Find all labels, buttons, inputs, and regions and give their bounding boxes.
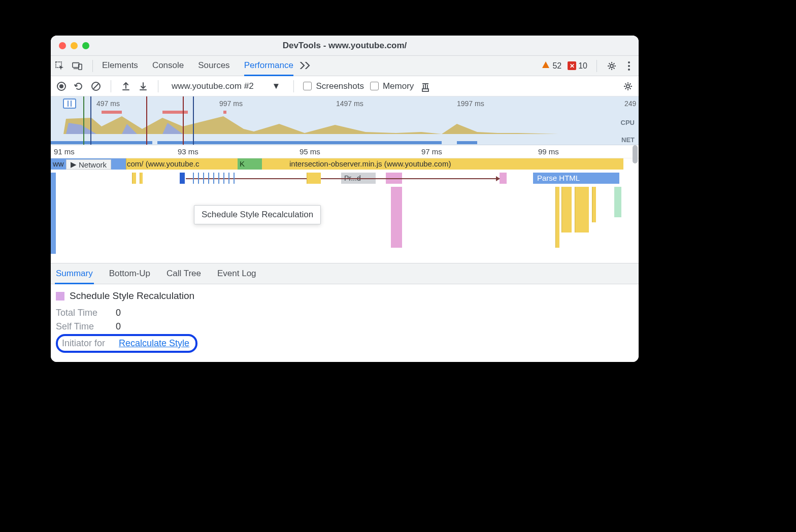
svg-point-5 bbox=[628, 61, 630, 63]
titlebar: DevTools - www.youtube.com/ bbox=[51, 36, 639, 56]
overview-tick: 997 ms bbox=[219, 99, 243, 108]
ruler-tick: 99 ms bbox=[538, 147, 559, 156]
screenshots-checkbox[interactable] bbox=[303, 82, 312, 90]
flame-track: Pr...d Parse HTML bbox=[51, 173, 639, 187]
performance-toolbar: www.youtube.com #2 ▼ Screenshots Memory bbox=[51, 76, 639, 96]
clear-button[interactable] bbox=[90, 81, 102, 92]
overview-cpu-chart bbox=[51, 114, 639, 134]
ruler-tick: 95 ms bbox=[300, 147, 320, 156]
recording-selector[interactable]: www.youtube.com #2 ▼ bbox=[168, 81, 284, 91]
network-track-toggle[interactable]: ▶ Network bbox=[66, 159, 111, 170]
initiator-link[interactable]: Recalculate Style bbox=[119, 338, 189, 349]
flame-block[interactable] bbox=[561, 187, 572, 232]
screenshots-toggle[interactable]: Screenshots bbox=[303, 81, 364, 91]
svg-point-4 bbox=[610, 64, 613, 68]
flame-chart[interactable]: 91 ms 93 ms 95 ms 97 ms 99 ms ww com/ (w… bbox=[51, 145, 639, 263]
summary-initiator-row: Initiator for Recalculate Style bbox=[56, 334, 197, 353]
errors-badge[interactable]: ✕ 10 bbox=[568, 61, 587, 71]
flame-scrollbar[interactable] bbox=[633, 145, 638, 263]
devtools-window: DevTools - www.youtube.com/ Elements Con… bbox=[51, 36, 639, 362]
memory-checkbox[interactable] bbox=[370, 82, 379, 90]
summary-self-time-row: Self Time 0 bbox=[56, 321, 634, 332]
chevron-right-icon: ▶ bbox=[71, 160, 77, 169]
ruler-tick: 91 ms bbox=[54, 147, 75, 156]
svg-rect-1 bbox=[73, 62, 79, 67]
scrollbar-thumb[interactable] bbox=[633, 145, 638, 163]
tab-sources[interactable]: Sources bbox=[198, 56, 229, 75]
tab-elements[interactable]: Elements bbox=[102, 56, 138, 75]
overview-vline bbox=[183, 96, 184, 145]
summary-panel: Schedule Style Recalculation Total Time … bbox=[51, 284, 639, 362]
memory-label: Memory bbox=[383, 81, 414, 91]
flame-block[interactable] bbox=[575, 187, 589, 232]
flame-block-system[interactable] bbox=[614, 187, 621, 217]
overview-tick: 1497 ms bbox=[336, 99, 363, 108]
tab-event-log[interactable]: Event Log bbox=[216, 264, 257, 283]
tab-summary[interactable]: Summary bbox=[55, 264, 94, 284]
overview-net-label: NET bbox=[621, 136, 635, 144]
screenshots-label: Screenshots bbox=[316, 81, 364, 91]
kebab-menu-icon[interactable] bbox=[623, 60, 635, 72]
flame-block-loading[interactable] bbox=[51, 173, 56, 254]
memory-toggle[interactable]: Memory bbox=[370, 81, 414, 91]
flame-block[interactable] bbox=[132, 173, 136, 184]
flame-track: ww com/ (www.youtube.c K intersection-ob… bbox=[51, 158, 639, 171]
flame-block[interactable] bbox=[307, 173, 321, 184]
upload-profile-icon[interactable] bbox=[120, 81, 131, 92]
dropdown-chevron-icon: ▼ bbox=[272, 81, 281, 91]
timeline-overview[interactable]: 497 ms 997 ms 1497 ms 1997 ms 249 CPU NE… bbox=[51, 96, 639, 145]
error-icon: ✕ bbox=[568, 61, 576, 70]
ruler-tick: 97 ms bbox=[421, 147, 442, 156]
flame-block[interactable] bbox=[592, 187, 596, 222]
window-title: DevTools - www.youtube.com/ bbox=[283, 41, 407, 51]
overview-vline bbox=[193, 96, 194, 145]
flame-block-layout[interactable] bbox=[500, 173, 507, 184]
flame-tooltip: Schedule Style Recalculation bbox=[194, 205, 321, 224]
overview-marker bbox=[162, 111, 188, 114]
overview-net-segment bbox=[51, 141, 152, 144]
total-time-value: 0 bbox=[116, 308, 121, 318]
recording-label: www.youtube.com #2 bbox=[172, 81, 254, 91]
svg-point-6 bbox=[628, 65, 630, 67]
flame-block[interactable] bbox=[140, 173, 143, 184]
tab-console[interactable]: Console bbox=[152, 56, 184, 75]
network-track-label: Network bbox=[79, 160, 107, 169]
svg-rect-2 bbox=[74, 68, 78, 69]
maximize-window-button[interactable] bbox=[82, 42, 89, 49]
settings-icon[interactable] bbox=[606, 60, 617, 72]
tab-performance[interactable]: Performance bbox=[244, 56, 293, 76]
overview-net-segment bbox=[157, 141, 442, 144]
summary-total-time-row: Total Time 0 bbox=[56, 308, 634, 318]
traffic-lights bbox=[51, 42, 89, 49]
panel-tabs: Elements Console Sources Performance bbox=[102, 56, 293, 75]
overview-vline bbox=[83, 96, 84, 145]
inspect-element-icon[interactable] bbox=[55, 61, 65, 71]
reload-button[interactable] bbox=[73, 81, 84, 92]
flame-text: ww bbox=[53, 159, 64, 168]
device-toolbar-icon[interactable] bbox=[72, 61, 82, 71]
svg-point-7 bbox=[628, 69, 630, 71]
tab-bottom-up[interactable]: Bottom-Up bbox=[108, 264, 151, 283]
summary-event-title: Schedule Style Recalculation bbox=[56, 290, 634, 302]
tab-call-tree[interactable]: Call Tree bbox=[165, 264, 202, 283]
warnings-badge[interactable]: 52 bbox=[541, 60, 561, 72]
record-button[interactable] bbox=[56, 81, 67, 92]
overview-marker bbox=[102, 111, 122, 114]
self-time-label: Self Time bbox=[56, 321, 107, 332]
more-tabs-chevron-icon[interactable] bbox=[300, 60, 311, 72]
download-profile-icon[interactable] bbox=[138, 81, 149, 92]
close-window-button[interactable] bbox=[59, 42, 66, 49]
panel-tabs-row: Elements Console Sources Performance 52 … bbox=[51, 56, 639, 76]
collect-garbage-icon[interactable] bbox=[420, 81, 431, 92]
details-tabs: Summary Bottom-Up Call Tree Event Log bbox=[51, 263, 639, 284]
warnings-count: 52 bbox=[552, 61, 561, 71]
flame-block-layout[interactable] bbox=[391, 187, 402, 248]
total-time-label: Total Time bbox=[56, 308, 107, 318]
svg-point-11 bbox=[626, 85, 629, 88]
flame-text: K bbox=[240, 159, 245, 168]
minimize-window-button[interactable] bbox=[71, 42, 78, 49]
flame-block-selected[interactable] bbox=[180, 173, 185, 184]
capture-settings-icon[interactable] bbox=[622, 81, 634, 92]
flame-block[interactable] bbox=[555, 187, 559, 248]
overview-tick: 249 bbox=[624, 99, 636, 108]
